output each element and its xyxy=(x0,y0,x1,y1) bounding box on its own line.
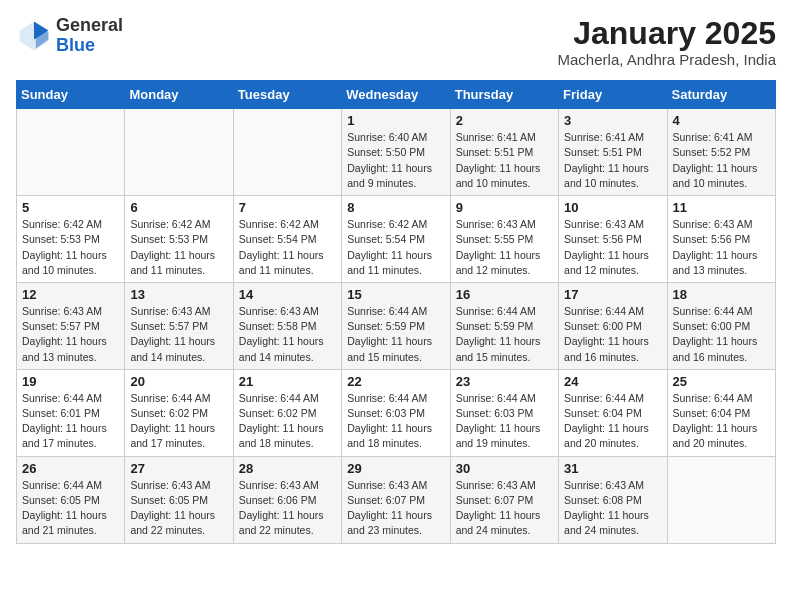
day-detail: Sunrise: 6:41 AMSunset: 5:52 PMDaylight:… xyxy=(673,130,770,191)
logo-icon xyxy=(16,18,52,54)
day-detail: Sunrise: 6:44 AMSunset: 6:03 PMDaylight:… xyxy=(347,391,444,452)
day-number: 20 xyxy=(130,374,227,389)
logo: General Blue xyxy=(16,16,123,56)
calendar-cell: 10Sunrise: 6:43 AMSunset: 5:56 PMDayligh… xyxy=(559,196,667,283)
calendar-cell: 20Sunrise: 6:44 AMSunset: 6:02 PMDayligh… xyxy=(125,369,233,456)
day-number: 22 xyxy=(347,374,444,389)
day-detail: Sunrise: 6:44 AMSunset: 5:59 PMDaylight:… xyxy=(347,304,444,365)
day-detail: Sunrise: 6:41 AMSunset: 5:51 PMDaylight:… xyxy=(564,130,661,191)
day-detail: Sunrise: 6:44 AMSunset: 6:04 PMDaylight:… xyxy=(564,391,661,452)
weekday-row: SundayMondayTuesdayWednesdayThursdayFrid… xyxy=(17,81,776,109)
calendar-cell xyxy=(17,109,125,196)
day-number: 3 xyxy=(564,113,661,128)
day-detail: Sunrise: 6:43 AMSunset: 6:06 PMDaylight:… xyxy=(239,478,336,539)
calendar-cell xyxy=(233,109,341,196)
day-number: 16 xyxy=(456,287,553,302)
day-detail: Sunrise: 6:43 AMSunset: 6:07 PMDaylight:… xyxy=(456,478,553,539)
calendar-cell: 23Sunrise: 6:44 AMSunset: 6:03 PMDayligh… xyxy=(450,369,558,456)
weekday-header-monday: Monday xyxy=(125,81,233,109)
calendar-cell: 13Sunrise: 6:43 AMSunset: 5:57 PMDayligh… xyxy=(125,282,233,369)
day-detail: Sunrise: 6:44 AMSunset: 6:03 PMDaylight:… xyxy=(456,391,553,452)
calendar-cell: 22Sunrise: 6:44 AMSunset: 6:03 PMDayligh… xyxy=(342,369,450,456)
calendar-cell: 11Sunrise: 6:43 AMSunset: 5:56 PMDayligh… xyxy=(667,196,775,283)
calendar-week-4: 19Sunrise: 6:44 AMSunset: 6:01 PMDayligh… xyxy=(17,369,776,456)
calendar-cell: 18Sunrise: 6:44 AMSunset: 6:00 PMDayligh… xyxy=(667,282,775,369)
day-number: 6 xyxy=(130,200,227,215)
calendar-cell: 29Sunrise: 6:43 AMSunset: 6:07 PMDayligh… xyxy=(342,456,450,543)
day-number: 2 xyxy=(456,113,553,128)
calendar-cell: 15Sunrise: 6:44 AMSunset: 5:59 PMDayligh… xyxy=(342,282,450,369)
day-detail: Sunrise: 6:40 AMSunset: 5:50 PMDaylight:… xyxy=(347,130,444,191)
weekday-header-wednesday: Wednesday xyxy=(342,81,450,109)
day-detail: Sunrise: 6:44 AMSunset: 5:59 PMDaylight:… xyxy=(456,304,553,365)
day-number: 30 xyxy=(456,461,553,476)
day-number: 13 xyxy=(130,287,227,302)
day-number: 9 xyxy=(456,200,553,215)
calendar-cell: 12Sunrise: 6:43 AMSunset: 5:57 PMDayligh… xyxy=(17,282,125,369)
day-detail: Sunrise: 6:44 AMSunset: 6:02 PMDaylight:… xyxy=(130,391,227,452)
day-detail: Sunrise: 6:43 AMSunset: 5:57 PMDaylight:… xyxy=(130,304,227,365)
page-subtitle: Macherla, Andhra Pradesh, India xyxy=(558,51,776,68)
calendar-cell: 1Sunrise: 6:40 AMSunset: 5:50 PMDaylight… xyxy=(342,109,450,196)
calendar-cell xyxy=(125,109,233,196)
calendar-cell: 9Sunrise: 6:43 AMSunset: 5:55 PMDaylight… xyxy=(450,196,558,283)
day-number: 10 xyxy=(564,200,661,215)
day-number: 4 xyxy=(673,113,770,128)
page-title: January 2025 xyxy=(558,16,776,51)
weekday-header-sunday: Sunday xyxy=(17,81,125,109)
day-detail: Sunrise: 6:44 AMSunset: 6:05 PMDaylight:… xyxy=(22,478,119,539)
calendar-cell xyxy=(667,456,775,543)
day-detail: Sunrise: 6:44 AMSunset: 6:00 PMDaylight:… xyxy=(564,304,661,365)
weekday-header-saturday: Saturday xyxy=(667,81,775,109)
day-detail: Sunrise: 6:43 AMSunset: 6:05 PMDaylight:… xyxy=(130,478,227,539)
calendar-week-3: 12Sunrise: 6:43 AMSunset: 5:57 PMDayligh… xyxy=(17,282,776,369)
day-detail: Sunrise: 6:43 AMSunset: 5:57 PMDaylight:… xyxy=(22,304,119,365)
day-detail: Sunrise: 6:43 AMSunset: 5:58 PMDaylight:… xyxy=(239,304,336,365)
weekday-header-thursday: Thursday xyxy=(450,81,558,109)
calendar-cell: 21Sunrise: 6:44 AMSunset: 6:02 PMDayligh… xyxy=(233,369,341,456)
calendar-cell: 24Sunrise: 6:44 AMSunset: 6:04 PMDayligh… xyxy=(559,369,667,456)
day-detail: Sunrise: 6:43 AMSunset: 6:08 PMDaylight:… xyxy=(564,478,661,539)
day-detail: Sunrise: 6:44 AMSunset: 6:02 PMDaylight:… xyxy=(239,391,336,452)
day-detail: Sunrise: 6:42 AMSunset: 5:54 PMDaylight:… xyxy=(347,217,444,278)
day-number: 15 xyxy=(347,287,444,302)
day-detail: Sunrise: 6:44 AMSunset: 6:01 PMDaylight:… xyxy=(22,391,119,452)
day-number: 18 xyxy=(673,287,770,302)
day-detail: Sunrise: 6:44 AMSunset: 6:00 PMDaylight:… xyxy=(673,304,770,365)
calendar-table: SundayMondayTuesdayWednesdayThursdayFrid… xyxy=(16,80,776,543)
day-number: 25 xyxy=(673,374,770,389)
calendar-cell: 4Sunrise: 6:41 AMSunset: 5:52 PMDaylight… xyxy=(667,109,775,196)
day-detail: Sunrise: 6:43 AMSunset: 5:55 PMDaylight:… xyxy=(456,217,553,278)
day-number: 29 xyxy=(347,461,444,476)
weekday-header-friday: Friday xyxy=(559,81,667,109)
day-detail: Sunrise: 6:41 AMSunset: 5:51 PMDaylight:… xyxy=(456,130,553,191)
calendar-cell: 16Sunrise: 6:44 AMSunset: 5:59 PMDayligh… xyxy=(450,282,558,369)
day-number: 26 xyxy=(22,461,119,476)
day-number: 28 xyxy=(239,461,336,476)
day-detail: Sunrise: 6:42 AMSunset: 5:54 PMDaylight:… xyxy=(239,217,336,278)
calendar-header: SundayMondayTuesdayWednesdayThursdayFrid… xyxy=(17,81,776,109)
day-number: 31 xyxy=(564,461,661,476)
day-detail: Sunrise: 6:42 AMSunset: 5:53 PMDaylight:… xyxy=(22,217,119,278)
calendar-cell: 30Sunrise: 6:43 AMSunset: 6:07 PMDayligh… xyxy=(450,456,558,543)
calendar-cell: 25Sunrise: 6:44 AMSunset: 6:04 PMDayligh… xyxy=(667,369,775,456)
day-number: 1 xyxy=(347,113,444,128)
day-detail: Sunrise: 6:44 AMSunset: 6:04 PMDaylight:… xyxy=(673,391,770,452)
calendar-week-5: 26Sunrise: 6:44 AMSunset: 6:05 PMDayligh… xyxy=(17,456,776,543)
title-block: January 2025 Macherla, Andhra Pradesh, I… xyxy=(558,16,776,68)
logo-general-text: General xyxy=(56,15,123,35)
calendar-body: 1Sunrise: 6:40 AMSunset: 5:50 PMDaylight… xyxy=(17,109,776,543)
logo-blue-text: Blue xyxy=(56,35,95,55)
calendar-cell: 31Sunrise: 6:43 AMSunset: 6:08 PMDayligh… xyxy=(559,456,667,543)
page-header: General Blue January 2025 Macherla, Andh… xyxy=(16,16,776,68)
day-number: 11 xyxy=(673,200,770,215)
calendar-cell: 6Sunrise: 6:42 AMSunset: 5:53 PMDaylight… xyxy=(125,196,233,283)
calendar-cell: 28Sunrise: 6:43 AMSunset: 6:06 PMDayligh… xyxy=(233,456,341,543)
calendar-cell: 17Sunrise: 6:44 AMSunset: 6:00 PMDayligh… xyxy=(559,282,667,369)
calendar-cell: 26Sunrise: 6:44 AMSunset: 6:05 PMDayligh… xyxy=(17,456,125,543)
day-number: 8 xyxy=(347,200,444,215)
day-number: 21 xyxy=(239,374,336,389)
day-number: 27 xyxy=(130,461,227,476)
weekday-header-tuesday: Tuesday xyxy=(233,81,341,109)
day-number: 17 xyxy=(564,287,661,302)
